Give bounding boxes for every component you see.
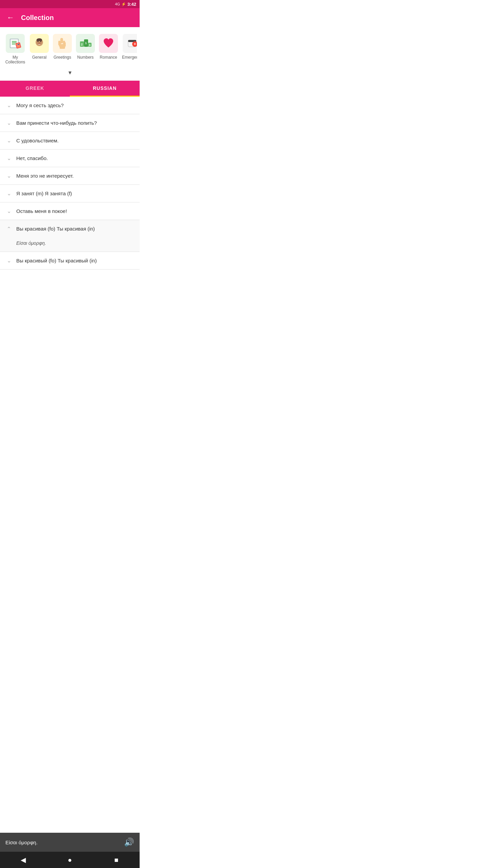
phrase-text-4: Нет, спасибо. bbox=[16, 155, 134, 161]
chevron-icon-1[interactable]: ⌄ bbox=[5, 102, 12, 108]
expansion-text-8: Είσαι όμορφη. bbox=[16, 240, 46, 246]
phrase-row-1[interactable]: ⌄Могу я сесть здесь? bbox=[0, 97, 140, 114]
phrase-text-2: Вам принести что-нибудь попить? bbox=[16, 120, 134, 126]
phrase-text-3: С удовольствием. bbox=[16, 138, 134, 143]
category-item-my-collections[interactable]: My Collections bbox=[3, 33, 28, 66]
category-item-greetings[interactable]: Greetings bbox=[51, 33, 74, 61]
status-icons: 4G ⚡ 3:42 bbox=[115, 2, 136, 7]
phrase-row-8[interactable]: ⌄Вы красивая (fo) Ты красивая (in) bbox=[0, 220, 140, 237]
general-label: General bbox=[32, 55, 47, 60]
status-time: 3:42 bbox=[127, 2, 136, 7]
back-button[interactable]: ← bbox=[5, 12, 16, 23]
phrase-row-2[interactable]: ⌄Вам принести что-нибудь попить? bbox=[0, 114, 140, 132]
phrase-row-3[interactable]: ⌄С удовольствием. bbox=[0, 132, 140, 149]
phrase-text-7: Оставь меня в покое! bbox=[16, 208, 134, 214]
chevron-icon-3[interactable]: ⌄ bbox=[5, 137, 12, 144]
chevron-icon-6[interactable]: ⌄ bbox=[5, 190, 12, 197]
phrase-row-5[interactable]: ⌄Меня это не интересует. bbox=[0, 167, 140, 184]
phrase-text-9: Вы красивый (fo) Ты красивый (in) bbox=[16, 258, 134, 263]
phrase-text-5: Меня это не интересует. bbox=[16, 173, 134, 179]
phrase-item-6[interactable]: ⌄Я занят (m) Я занята (f) bbox=[0, 185, 140, 202]
svg-text:2: 2 bbox=[81, 43, 83, 46]
signal-icon: 4G bbox=[115, 2, 120, 6]
phrase-row-9[interactable]: ⌄Вы красивый (fo) Ты красивый (in) bbox=[0, 252, 140, 269]
greetings-label: Greetings bbox=[54, 55, 71, 60]
svg-point-17 bbox=[40, 43, 41, 44]
my-collections-label: My Collections bbox=[5, 55, 26, 65]
phrase-item-3[interactable]: ⌄С удовольствием. bbox=[0, 132, 140, 150]
phrase-row-7[interactable]: ⌄Оставь меня в покое! bbox=[0, 202, 140, 220]
phrase-item-4[interactable]: ⌄Нет, спасибо. bbox=[0, 150, 140, 167]
category-item-numbers[interactable]: 2 1 3 Numbers bbox=[74, 33, 97, 61]
phrase-expansion-8: Είσαι όμορφη. bbox=[0, 237, 140, 252]
chevron-icon-4[interactable]: ⌄ bbox=[5, 155, 12, 161]
category-item-general[interactable]: General bbox=[28, 33, 51, 61]
svg-text:1: 1 bbox=[85, 41, 87, 45]
chevron-icon-2[interactable]: ⌄ bbox=[5, 120, 12, 126]
svg-text:+: + bbox=[134, 42, 136, 46]
chevron-icon-7[interactable]: ⌄ bbox=[5, 208, 12, 214]
phrase-item-8[interactable]: ⌄Вы красивая (fo) Ты красивая (in)Είσαι … bbox=[0, 220, 140, 252]
svg-rect-18 bbox=[38, 44, 40, 45]
battery-icon: ⚡ bbox=[121, 2, 126, 6]
chevron-icon-5[interactable]: ⌄ bbox=[5, 173, 12, 179]
phrase-item-1[interactable]: ⌄Могу я сесть здесь? bbox=[0, 97, 140, 114]
category-section: My Collections General Greetings bbox=[0, 27, 140, 81]
phrase-item-7[interactable]: ⌄Оставь меня в покое! bbox=[0, 202, 140, 220]
chevron-icon-9[interactable]: ⌄ bbox=[5, 257, 12, 264]
greetings-icon bbox=[53, 34, 72, 53]
numbers-label: Numbers bbox=[77, 55, 94, 60]
app-bar: ← Collection bbox=[0, 8, 140, 27]
general-icon bbox=[30, 34, 49, 53]
svg-point-15 bbox=[37, 38, 42, 41]
phrase-text-6: Я занят (m) Я занята (f) bbox=[16, 191, 134, 196]
chevron-icon-8[interactable]: ⌄ bbox=[5, 225, 12, 232]
phrase-row-6[interactable]: ⌄Я занят (m) Я занята (f) bbox=[0, 185, 140, 202]
expand-arrow[interactable]: ▾ bbox=[3, 66, 137, 78]
phrase-list: ⌄Могу я сесть здесь?⌄Вам принести что-ни… bbox=[0, 97, 140, 302]
romance-icon bbox=[99, 34, 118, 53]
app-bar-title: Collection bbox=[21, 14, 54, 22]
svg-rect-33 bbox=[128, 40, 136, 41]
phrase-text-1: Могу я сесть здесь? bbox=[16, 102, 134, 108]
category-item-emergency[interactable]: + Emergency bbox=[120, 33, 137, 61]
status-bar: 4G ⚡ 3:42 bbox=[0, 0, 140, 8]
svg-text:3: 3 bbox=[89, 43, 90, 47]
category-row: My Collections General Greetings bbox=[3, 33, 137, 66]
phrase-item-2[interactable]: ⌄Вам принести что-нибудь попить? bbox=[0, 114, 140, 132]
emergency-icon: + bbox=[123, 34, 137, 53]
phrase-text-8: Вы красивая (fo) Ты красивая (in) bbox=[16, 226, 134, 232]
svg-point-16 bbox=[38, 43, 39, 44]
phrase-row-4[interactable]: ⌄Нет, спасибо. bbox=[0, 150, 140, 167]
tab-russian[interactable]: RUSSIAN bbox=[70, 81, 140, 96]
phrase-item-5[interactable]: ⌄Меня это не интересует. bbox=[0, 167, 140, 185]
svg-rect-24 bbox=[60, 44, 65, 49]
my-collections-icon bbox=[6, 34, 25, 53]
tab-greek[interactable]: GREEK bbox=[0, 81, 70, 96]
phrase-item-9[interactable]: ⌄Вы красивый (fo) Ты красивый (in) bbox=[0, 252, 140, 270]
romance-label: Romance bbox=[100, 55, 117, 60]
category-item-romance[interactable]: Romance bbox=[97, 33, 120, 61]
emergency-label: Emergency bbox=[122, 55, 137, 60]
tabs: GREEKRUSSIAN bbox=[0, 81, 140, 97]
numbers-icon: 2 1 3 bbox=[76, 34, 95, 53]
